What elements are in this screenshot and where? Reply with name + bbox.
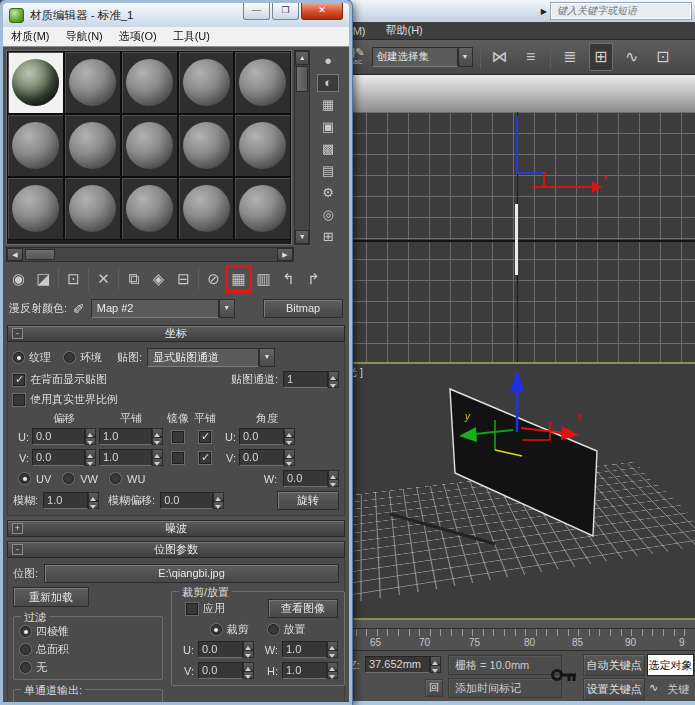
spinner-down[interactable] bbox=[328, 380, 339, 389]
spinner-down[interactable] bbox=[152, 458, 163, 467]
v-offset-spinner[interactable]: 0.0 bbox=[32, 449, 96, 466]
spinner-up[interactable] bbox=[328, 470, 339, 479]
spinner-up[interactable] bbox=[213, 492, 224, 501]
front-viewport[interactable]: x bbox=[345, 112, 695, 362]
gizmo-x-axis[interactable] bbox=[532, 186, 592, 188]
spinner-up[interactable] bbox=[152, 449, 163, 458]
put-to-library-icon[interactable]: ⊟ bbox=[172, 267, 195, 291]
scroll-up-icon[interactable]: ▲ bbox=[295, 51, 309, 65]
map-channel-spinner[interactable]: 1 bbox=[283, 371, 339, 388]
spinner-down[interactable] bbox=[85, 458, 96, 467]
spinner-down[interactable] bbox=[243, 671, 254, 680]
collapse-icon[interactable]: - bbox=[12, 328, 23, 339]
apply-checkbox[interactable] bbox=[186, 603, 198, 615]
wu-radio[interactable] bbox=[110, 473, 121, 484]
spinner-down[interactable] bbox=[328, 479, 339, 488]
mapping-combo[interactable]: 显式贴图通道 ▼ bbox=[147, 348, 275, 367]
make-preview-icon[interactable]: ▤ bbox=[318, 163, 338, 179]
spinner-up[interactable] bbox=[88, 492, 99, 501]
crop-radio[interactable] bbox=[211, 624, 222, 635]
mirror-v-checkbox[interactable] bbox=[172, 452, 184, 464]
tile-v-checkbox[interactable] bbox=[199, 452, 211, 464]
options-icon[interactable]: ⚙ bbox=[318, 185, 338, 201]
spinner-up[interactable] bbox=[327, 641, 338, 650]
chevron-down-icon[interactable]: ▼ bbox=[458, 47, 473, 67]
mirror-icon[interactable]: ⋈ bbox=[488, 44, 512, 70]
v-angle-spinner[interactable]: 0.0 bbox=[239, 449, 295, 466]
sample-uv-tiling-icon[interactable]: ▣ bbox=[318, 119, 338, 135]
material-editor-titlebar[interactable]: 材质编辑器 - 标准_1 — ❐ ✕ bbox=[3, 3, 349, 27]
sample-slot[interactable] bbox=[64, 177, 121, 240]
graphite-tools-button[interactable]: ⊞ bbox=[589, 43, 613, 71]
blur-offset-spinner[interactable]: 0.0 bbox=[160, 492, 224, 509]
v-tiling-spinner[interactable]: 1.0 bbox=[99, 449, 163, 466]
schematic-view-icon[interactable]: ⊡ bbox=[651, 44, 675, 70]
mapping-value[interactable]: 显式贴图通道 bbox=[147, 348, 259, 367]
sample-type-icon[interactable]: ● bbox=[318, 53, 338, 69]
layer-manager-icon[interactable]: ≣ bbox=[558, 44, 582, 70]
menu-item-help[interactable]: 帮助(H) bbox=[386, 23, 423, 38]
bitmap-path-button[interactable]: E:\qiangbi.jpg bbox=[44, 564, 339, 583]
sample-slot[interactable] bbox=[121, 114, 178, 177]
timeline-ruler[interactable]: 65 70 75 80 85 90 9 bbox=[345, 628, 695, 650]
crop-h-spinner[interactable]: 1.0 bbox=[282, 662, 338, 679]
select-by-material-icon[interactable]: ◎ bbox=[318, 207, 338, 223]
sample-slot[interactable] bbox=[7, 114, 64, 177]
menu-item-navigation[interactable]: 导航(N) bbox=[66, 29, 103, 44]
blur-spinner[interactable]: 1.0 bbox=[43, 492, 99, 509]
show-on-back-checkbox[interactable] bbox=[13, 374, 25, 386]
crop-w-spinner[interactable]: 1.0 bbox=[282, 641, 338, 658]
scroll-left-icon[interactable]: ◀ bbox=[7, 248, 23, 261]
isolate-toggle-icon[interactable]: 回 bbox=[425, 679, 443, 697]
get-material-icon[interactable]: ◉ bbox=[7, 267, 30, 291]
spinner-up[interactable] bbox=[85, 449, 96, 458]
bitmap-params-rollout-header[interactable]: - 位图参数 bbox=[7, 541, 345, 558]
key-filter-icon[interactable]: ∿ bbox=[649, 681, 658, 694]
map-name-combo[interactable]: Map #2 ▼ bbox=[91, 299, 235, 318]
spinner-down[interactable] bbox=[213, 501, 224, 510]
menu-item-options[interactable]: 选项(O) bbox=[119, 29, 157, 44]
selection-set-value[interactable]: 创建选择集 bbox=[372, 47, 458, 67]
align-icon[interactable]: ≡ bbox=[519, 44, 543, 70]
real-world-checkbox[interactable] bbox=[13, 394, 25, 406]
spinner-up[interactable] bbox=[284, 428, 295, 437]
w-angle-spinner[interactable]: 0.0 bbox=[283, 470, 339, 487]
place-radio[interactable] bbox=[268, 624, 279, 635]
sample-slot[interactable] bbox=[178, 177, 235, 240]
spinner-down[interactable] bbox=[284, 458, 295, 467]
expand-icon[interactable]: + bbox=[12, 523, 23, 534]
menu-item-utilities[interactable]: 工具(U) bbox=[173, 29, 210, 44]
gizmo-z-axis[interactable] bbox=[516, 116, 518, 174]
perspective-viewport[interactable]: 光 ] y x bbox=[345, 364, 695, 618]
vw-radio[interactable] bbox=[63, 473, 74, 484]
wall-plane-object[interactable] bbox=[450, 389, 597, 536]
slot-vertical-scrollbar[interactable]: ▲ ▼ bbox=[294, 50, 310, 245]
curve-editor-icon[interactable]: ∿ bbox=[620, 44, 644, 70]
sample-slot[interactable] bbox=[234, 51, 291, 114]
chevron-down-icon[interactable]: ▼ bbox=[259, 348, 275, 367]
make-unique-icon[interactable]: ◈ bbox=[147, 267, 170, 291]
spinner-up[interactable] bbox=[284, 449, 295, 458]
spinner-up[interactable] bbox=[328, 371, 339, 380]
tile-u-checkbox[interactable] bbox=[199, 431, 211, 443]
reload-button[interactable]: 重新加载 bbox=[13, 587, 89, 607]
spinner-down[interactable] bbox=[284, 437, 295, 446]
material-id-channel-icon[interactable]: ⊘ bbox=[202, 267, 225, 291]
noise-rollout-header[interactable]: + 噪波 bbox=[7, 520, 345, 537]
spinner-up[interactable] bbox=[243, 662, 254, 671]
sample-slot[interactable] bbox=[64, 114, 121, 177]
sample-slot[interactable] bbox=[178, 114, 235, 177]
uv-radio[interactable] bbox=[19, 473, 30, 484]
map-name-value[interactable]: Map #2 bbox=[91, 299, 219, 318]
texture-radio[interactable] bbox=[13, 352, 24, 363]
minimize-button[interactable]: — bbox=[243, 3, 270, 20]
go-forward-sibling-icon[interactable]: ↱ bbox=[302, 267, 325, 291]
background-icon[interactable]: ▦ bbox=[318, 97, 338, 113]
set-key-button[interactable]: 设置关键点 bbox=[583, 678, 645, 700]
coordinates-rollout-header[interactable]: - 坐标 bbox=[7, 325, 345, 342]
u-tiling-spinner[interactable]: 1.0 bbox=[99, 428, 163, 445]
sample-slot[interactable] bbox=[121, 177, 178, 240]
map-type-button[interactable]: Bitmap bbox=[263, 299, 343, 318]
spinner-down[interactable] bbox=[430, 665, 441, 674]
assign-to-selection-icon[interactable]: ⊡ bbox=[62, 267, 85, 291]
